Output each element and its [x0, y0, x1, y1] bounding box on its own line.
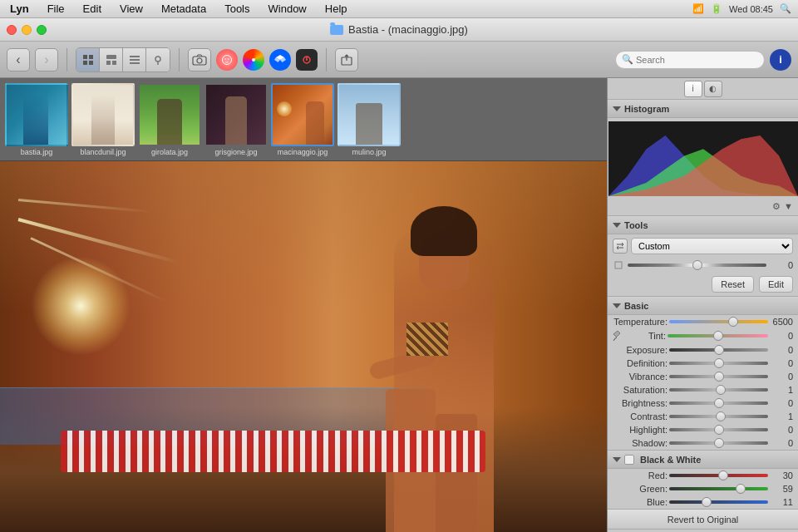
- thumbnail-blancdunil[interactable]: blancdunil.jpg: [71, 83, 135, 156]
- svg-rect-8: [130, 59, 140, 61]
- highlight-row: Highlight: 0: [608, 423, 798, 436]
- definition-row: Definition: 0: [608, 357, 798, 370]
- wb-thumb[interactable]: [692, 260, 702, 270]
- definition-thumb[interactable]: [714, 358, 724, 368]
- menu-edit[interactable]: Edit: [80, 2, 105, 15]
- histogram-dropdown-icon[interactable]: ▼: [784, 201, 793, 212]
- bw-green-slider[interactable]: [669, 487, 768, 490]
- vibrance-slider[interactable]: [669, 375, 768, 378]
- tools-swap-icon[interactable]: [613, 239, 628, 254]
- main-area: bastia.jpg blancdunil.jpg girolata.jpg: [0, 78, 798, 532]
- minimize-button[interactable]: [22, 25, 32, 35]
- thumbnail-bastia[interactable]: bastia.jpg: [5, 83, 68, 156]
- bw-title: Black & White: [640, 455, 701, 465]
- menu-window[interactable]: Window: [265, 2, 310, 15]
- highlight-value: 0: [770, 425, 793, 435]
- vibrance-thumb[interactable]: [714, 372, 724, 382]
- menu-tools[interactable]: Tools: [221, 2, 253, 15]
- bw-blue-thumb[interactable]: [702, 497, 712, 507]
- back-button[interactable]: ‹: [7, 48, 30, 71]
- svg-point-10: [155, 57, 160, 62]
- contrast-thumb[interactable]: [716, 411, 726, 421]
- thumbnail-mulino[interactable]: mulino.jpg: [337, 83, 401, 156]
- histogram-header[interactable]: Histogram: [608, 100, 798, 118]
- toolbar: ‹ › 🔍 i: [0, 42, 798, 78]
- maximize-button[interactable]: [37, 25, 47, 35]
- contrast-slider[interactable]: [669, 415, 768, 418]
- saturation-slider[interactable]: [669, 388, 768, 392]
- titlebar: Bastia - (macinaggio.jpg): [0, 18, 798, 42]
- highlight-slider[interactable]: [669, 428, 768, 431]
- revert-button[interactable]: Revert to Original: [608, 509, 798, 529]
- list-icon: [129, 54, 140, 66]
- dropbox-button[interactable]: [269, 49, 291, 71]
- highlight-thumb[interactable]: [714, 425, 724, 435]
- exposure-slider[interactable]: [669, 348, 768, 352]
- histogram-collapse-icon: [613, 106, 621, 111]
- tint-thumb[interactable]: [713, 331, 723, 341]
- forward-button[interactable]: ›: [35, 48, 58, 71]
- exposure-row: Exposure: 0: [608, 343, 798, 357]
- view-browser-button[interactable]: [100, 48, 123, 71]
- temperature-thumb[interactable]: [728, 317, 738, 327]
- photos-button[interactable]: [243, 49, 264, 71]
- close-button[interactable]: [7, 25, 17, 35]
- menu-metadata[interactable]: Metadata: [158, 2, 209, 15]
- saturation-row: Saturation: 1: [608, 383, 798, 397]
- bw-blue-label: Blue:: [611, 497, 667, 507]
- tint-slider[interactable]: [667, 334, 768, 337]
- thumbnail-girolata[interactable]: girolata.jpg: [138, 83, 201, 156]
- bw-collapse-icon: [613, 457, 621, 462]
- camera-button[interactable]: [188, 48, 211, 71]
- definition-slider[interactable]: [669, 362, 768, 365]
- view-map-button[interactable]: [146, 48, 170, 71]
- shadow-thumb[interactable]: [714, 438, 724, 448]
- info-button[interactable]: i: [770, 49, 791, 71]
- reset-button[interactable]: Reset: [712, 276, 754, 293]
- basic-header[interactable]: Basic: [608, 297, 798, 315]
- histogram-section: Histogram ⚙ ▼: [608, 100, 798, 216]
- bw-checkbox[interactable]: [624, 455, 634, 465]
- tools-btn-row: Reset Edit: [608, 273, 798, 296]
- preset-select[interactable]: Custom: [631, 238, 793, 254]
- shadow-slider[interactable]: [669, 441, 768, 445]
- thumb-label-bastia: bastia.jpg: [21, 148, 53, 156]
- face-detect-button[interactable]: [216, 49, 238, 71]
- svg-rect-9: [130, 62, 140, 64]
- brightness-slider[interactable]: [669, 401, 768, 405]
- shadow-row: Shadow: 0: [608, 436, 798, 450]
- histogram-settings-icon[interactable]: ⚙: [772, 201, 781, 212]
- wb-slider[interactable]: [628, 264, 766, 267]
- bw-red-slider[interactable]: [669, 474, 768, 477]
- tools-title: Tools: [624, 220, 648, 230]
- view-list-button[interactable]: [123, 48, 146, 71]
- histogram-actions: ⚙ ▼: [608, 200, 798, 215]
- app5-button[interactable]: [296, 49, 318, 71]
- camera-icon: [192, 54, 207, 66]
- shadow-value: 0: [770, 438, 793, 448]
- tab-info[interactable]: i: [684, 81, 702, 97]
- menu-file[interactable]: File: [44, 2, 68, 15]
- bw-red-thumb[interactable]: [718, 470, 728, 480]
- saturation-thumb[interactable]: [716, 385, 726, 395]
- eyedropper-icon[interactable]: [611, 330, 623, 342]
- bw-header[interactable]: Black & White: [608, 451, 798, 469]
- share-button[interactable]: [335, 48, 358, 71]
- tab-color[interactable]: ◐: [704, 81, 722, 97]
- search-input[interactable]: [615, 51, 765, 69]
- brightness-thumb[interactable]: [714, 398, 724, 408]
- menu-help[interactable]: Help: [322, 2, 351, 15]
- bw-blue-slider[interactable]: [669, 500, 768, 504]
- thumbnail-macinaggio[interactable]: macinaggio.jpg: [271, 83, 334, 156]
- search-menu-icon[interactable]: 🔍: [780, 3, 791, 14]
- exposure-thumb[interactable]: [714, 345, 724, 355]
- temperature-slider[interactable]: [669, 320, 768, 323]
- thumbnail-grisgione[interactable]: grisgione.jpg: [204, 83, 268, 156]
- menu-lyn[interactable]: Lyn: [7, 2, 32, 15]
- svg-rect-1: [89, 55, 93, 59]
- bw-green-thumb[interactable]: [736, 484, 746, 494]
- tools-header[interactable]: Tools: [608, 216, 798, 234]
- edit-button[interactable]: Edit: [759, 276, 793, 293]
- view-grid-button[interactable]: [76, 48, 100, 71]
- menu-view[interactable]: View: [116, 2, 146, 15]
